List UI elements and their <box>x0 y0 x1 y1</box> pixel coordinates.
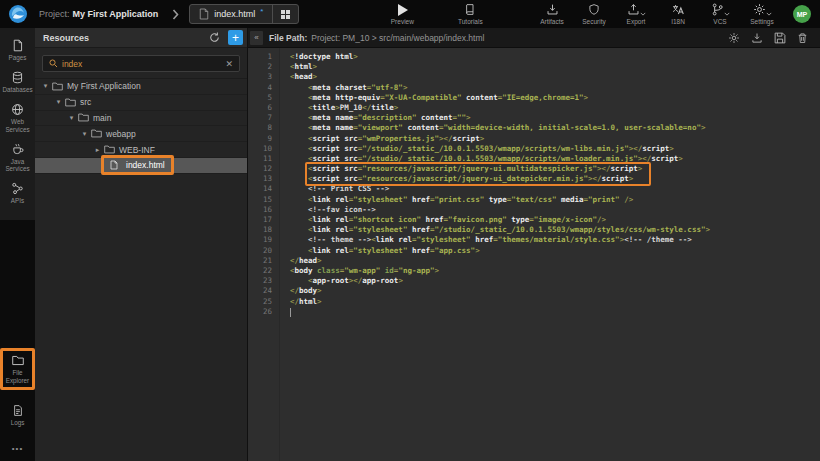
caret-expanded-icon[interactable]: ▾ <box>67 114 76 122</box>
search-icon <box>49 59 58 68</box>
caret-expanded-icon[interactable]: ▾ <box>41 82 50 90</box>
project-name[interactable]: My First Application <box>73 9 159 19</box>
line-number: 10 <box>248 144 279 154</box>
file-icon <box>110 160 118 170</box>
save-icon <box>774 32 786 44</box>
code-line-23: <app-root></app-root> <box>290 276 820 286</box>
line-number: 19 <box>248 235 279 245</box>
vcs-button[interactable]: VCS <box>703 3 737 25</box>
download-button[interactable] <box>751 32 763 44</box>
sidebar-item-java-services[interactable]: Java Services <box>0 138 35 177</box>
code-line-21: </head> <box>290 256 820 266</box>
line-number: 23 <box>248 276 279 286</box>
settings-label: Settings <box>750 18 774 25</box>
collapse-panel-button[interactable]: « <box>250 31 263 45</box>
line-number: 2 <box>248 62 279 72</box>
save-button[interactable] <box>774 32 786 44</box>
tab-index-html[interactable]: index.html * <box>190 5 272 23</box>
line-number-gutter: 1234567891011121314151617181920212223242… <box>248 48 280 461</box>
tree-node-my-first-application[interactable]: ▾My First Application <box>35 79 247 95</box>
caret-expanded-icon[interactable]: ▾ <box>80 130 89 138</box>
folder-icon <box>52 82 63 91</box>
settings-gear-button[interactable] <box>728 32 740 44</box>
settings-button[interactable]: Settings <box>745 3 779 25</box>
pages-label: Pages <box>9 54 27 61</box>
resources-panel: Resources + index ✕ ▾My First Applicatio… <box>35 28 248 461</box>
code-line-26 <box>290 307 820 317</box>
tutorials-button[interactable]: Tutorials <box>453 3 487 25</box>
line-number: 8 <box>248 123 279 133</box>
code-line-9: <script src="wmProperties.js"></script> <box>290 134 820 144</box>
refresh-button[interactable] <box>204 30 225 45</box>
delete-button[interactable] <box>797 32 808 44</box>
tree-node-src[interactable]: ▾src <box>35 95 247 111</box>
vcs-label: VCS <box>713 18 726 25</box>
vcs-icon <box>711 3 730 16</box>
tree-node-label: WEB-INF <box>119 145 155 155</box>
sidebar-item-web-services[interactable]: Web Services <box>0 98 35 137</box>
caret-expanded-icon[interactable]: ▾ <box>54 98 63 106</box>
code-line-4: <meta charset="utf-8"> <box>290 83 820 93</box>
file-path-value: Project: PM_10 > src/main/webapp/index.h… <box>311 33 484 43</box>
refresh-icon <box>209 32 220 43</box>
pages-grid-button[interactable] <box>273 5 298 23</box>
line-number: 12 <box>248 164 279 174</box>
code-content[interactable]: <!doctype html><html><head> <meta charse… <box>280 48 820 461</box>
artifacts-button[interactable]: Artifacts <box>535 3 569 25</box>
code-line-15: <link rel="stylesheet" href="print.css" … <box>290 195 820 205</box>
export-button[interactable]: Export <box>619 3 653 25</box>
i18n-button[interactable]: I18N <box>661 3 695 25</box>
folder-icon <box>78 113 89 122</box>
wavemaker-logo-icon <box>8 4 28 24</box>
settings-icon <box>753 3 772 16</box>
line-number: 22 <box>248 266 279 276</box>
more-options-button[interactable]: ••• <box>12 444 23 453</box>
code-line-1: <!doctype html> <box>290 52 820 62</box>
sidebar-item-apis[interactable]: APIs <box>0 177 35 209</box>
code-line-24: </body> <box>290 286 820 296</box>
preview-icon <box>397 3 408 16</box>
tree-node-label: webapp <box>106 129 136 139</box>
security-label: Security <box>582 18 605 25</box>
security-button[interactable]: Security <box>577 3 611 25</box>
sidebar-item-logs[interactable]: Logs <box>0 400 35 430</box>
code-area[interactable]: 1234567891011121314151617181920212223242… <box>248 48 820 461</box>
line-number: 20 <box>248 246 279 256</box>
code-line-2: <html> <box>290 62 820 72</box>
user-avatar[interactable]: MP <box>793 5 811 23</box>
sidebar-item-file-explorer[interactable]: File Explorer <box>0 348 35 389</box>
file-path-label: File Path: <box>269 33 307 43</box>
folder-icon <box>91 129 102 138</box>
resource-search-input[interactable]: index ✕ <box>42 55 240 72</box>
clear-search-icon[interactable]: ✕ <box>225 59 233 69</box>
tree-node-webapp[interactable]: ▾webapp <box>35 126 247 142</box>
line-number: 18 <box>248 225 279 235</box>
web-services-label: Web Services <box>1 118 34 132</box>
file-explorer-label: File Explorer <box>5 369 30 383</box>
app-logo[interactable] <box>0 0 35 28</box>
apis-label: APIs <box>11 197 24 204</box>
line-number: 5 <box>248 93 279 103</box>
tree-node-index-html[interactable]: index.html <box>35 158 247 174</box>
sidebar-item-databases[interactable]: Databases <box>0 66 35 98</box>
line-number: 3 <box>248 72 279 82</box>
caret-collapsed-icon[interactable]: ▸ <box>93 146 102 154</box>
preview-button[interactable]: Preview <box>385 3 419 25</box>
logs-icon <box>12 404 24 417</box>
tree-node-main[interactable]: ▾main <box>35 111 247 127</box>
code-line-5: <meta http-equiv="X-UA-Compatible" conte… <box>290 93 820 103</box>
sidebar-item-pages[interactable]: Pages <box>0 34 35 66</box>
left-sidebar: PagesDatabasesWeb ServicesJava ServicesA… <box>0 28 35 461</box>
folder-icon <box>65 98 76 107</box>
export-icon <box>627 3 646 16</box>
line-number: 7 <box>248 113 279 123</box>
tree-node-label: My First Application <box>67 81 141 91</box>
add-resource-button[interactable]: + <box>228 30 243 45</box>
file-icon <box>199 8 209 20</box>
wavemaker-studio: Project: My First Application index.html… <box>0 0 820 461</box>
databases-icon <box>11 71 24 84</box>
line-number: 24 <box>248 286 279 296</box>
apis-icon <box>11 182 24 195</box>
open-file-tab-group: index.html * <box>189 4 299 24</box>
download-icon <box>751 32 763 44</box>
